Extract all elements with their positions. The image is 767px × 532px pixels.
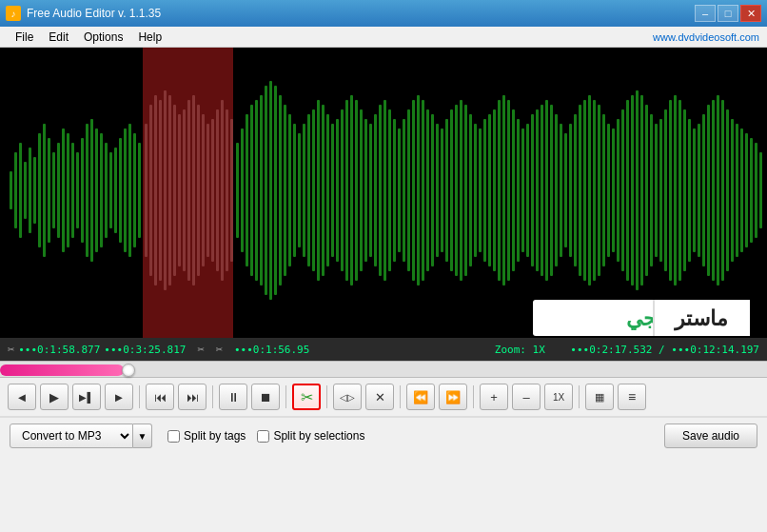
split-button[interactable]: ✂ xyxy=(292,384,321,410)
minimize-button[interactable]: – xyxy=(695,5,716,22)
svg-rect-68 xyxy=(326,114,329,266)
play-button[interactable]: ▶ xyxy=(40,384,69,410)
svg-rect-25 xyxy=(124,128,127,252)
svg-rect-154 xyxy=(736,124,738,257)
fade-in-button[interactable]: ◁▷ xyxy=(333,384,362,410)
save-audio-button[interactable]: Save audio xyxy=(664,424,757,448)
menu-help[interactable]: Help xyxy=(130,30,169,45)
go-start-button[interactable]: ⏪ xyxy=(406,384,435,410)
convert-select[interactable]: Convert to MP3 Convert to WAV Convert to… xyxy=(10,424,133,448)
split-by-selections-checkbox[interactable] xyxy=(257,430,269,443)
svg-rect-136 xyxy=(650,114,653,266)
menu-options[interactable]: Options xyxy=(76,30,130,45)
svg-rect-92 xyxy=(441,128,443,252)
split-by-tags-label[interactable]: Split by tags xyxy=(167,429,246,443)
svg-text:ماستر: ماستر xyxy=(674,306,728,331)
svg-rect-50 xyxy=(241,128,244,252)
svg-rect-37 xyxy=(178,114,181,266)
delete-button[interactable]: ✕ xyxy=(365,384,394,410)
total-time-2: •••0:12:14.197 xyxy=(671,344,759,356)
time-divider: / xyxy=(659,344,665,356)
equalizer-button[interactable]: ≡ xyxy=(618,384,646,410)
play-selection-button[interactable]: ▶▌ xyxy=(72,384,101,410)
split-by-selections-label[interactable]: Split by selections xyxy=(257,429,364,443)
progress-bar[interactable] xyxy=(0,361,767,378)
svg-rect-51 xyxy=(246,114,248,266)
close-button[interactable]: ✕ xyxy=(740,5,761,22)
waveform-svg: ايجي ماستر xyxy=(0,48,767,338)
volume-down-button[interactable]: – xyxy=(512,384,541,410)
progress-fill xyxy=(0,365,124,376)
svg-rect-27 xyxy=(133,133,136,247)
svg-rect-66 xyxy=(317,100,320,281)
svg-rect-100 xyxy=(479,128,482,252)
svg-rect-113 xyxy=(541,105,543,276)
svg-rect-96 xyxy=(460,100,462,281)
svg-rect-139 xyxy=(664,109,667,271)
svg-rect-108 xyxy=(517,119,520,262)
total-time-1: •••0:2:17.532 xyxy=(570,344,652,356)
svg-rect-31 xyxy=(149,105,152,276)
svg-rect-128 xyxy=(612,128,615,252)
forward-small-button[interactable]: ► xyxy=(105,384,133,410)
pause-button[interactable]: ⏸ xyxy=(219,384,247,410)
convert-dropdown[interactable]: Convert to MP3 Convert to WAV Convert to… xyxy=(10,424,152,448)
menu-edit[interactable]: Edit xyxy=(41,30,76,45)
svg-rect-144 xyxy=(688,119,691,262)
website-link[interactable]: www.dvdvideosoft.com xyxy=(653,31,759,43)
svg-rect-4 xyxy=(24,162,27,219)
waveform-container: ايجي ماستر xyxy=(0,48,767,338)
svg-rect-77 xyxy=(369,124,372,257)
svg-rect-73 xyxy=(350,95,353,286)
svg-rect-123 xyxy=(588,95,591,286)
svg-rect-17 xyxy=(86,124,88,257)
bottom-bar: Convert to MP3 Convert to WAV Convert to… xyxy=(0,417,767,454)
maximize-button[interactable]: □ xyxy=(718,5,738,22)
progress-handle[interactable] xyxy=(122,364,135,377)
app-title: Free Audio Editor v. 1.1.35 xyxy=(27,7,161,20)
convert-dropdown-arrow[interactable]: ▼ xyxy=(133,424,152,448)
svg-rect-60 xyxy=(288,114,291,266)
svg-rect-19 xyxy=(95,128,98,252)
split-by-tags-text: Split by tags xyxy=(184,429,246,443)
volume-1x-button[interactable]: 1X xyxy=(544,384,573,410)
svg-rect-124 xyxy=(593,100,596,281)
skip-start-button[interactable]: ⏮ xyxy=(146,384,174,410)
back-small-button[interactable]: ◄ xyxy=(8,384,36,410)
svg-rect-103 xyxy=(493,109,496,271)
svg-rect-137 xyxy=(655,124,658,257)
svg-rect-130 xyxy=(621,109,624,271)
title-bar-controls[interactable]: – □ ✕ xyxy=(695,5,761,22)
image-button[interactable]: ▦ xyxy=(585,384,614,410)
split-by-tags-checkbox[interactable] xyxy=(167,430,180,443)
cut-icon-3: ✂ xyxy=(216,343,223,356)
svg-rect-43 xyxy=(206,124,209,257)
svg-rect-39 xyxy=(187,100,190,281)
svg-rect-48 xyxy=(230,119,233,262)
go-end-button[interactable]: ⏩ xyxy=(439,384,467,410)
menu-file[interactable]: File xyxy=(8,30,41,45)
svg-rect-121 xyxy=(579,105,581,276)
svg-rect-118 xyxy=(564,133,567,247)
svg-rect-93 xyxy=(445,119,448,262)
svg-rect-143 xyxy=(683,109,686,271)
split-by-selections-text: Split by selections xyxy=(273,429,364,443)
svg-rect-57 xyxy=(274,86,277,295)
svg-rect-140 xyxy=(669,100,672,281)
svg-rect-122 xyxy=(583,100,586,281)
volume-up-button[interactable]: + xyxy=(480,384,508,410)
svg-rect-7 xyxy=(38,133,41,247)
svg-rect-74 xyxy=(355,100,358,281)
menu-bar: File Edit Options Help www.dvdvideosoft.… xyxy=(0,27,767,48)
svg-rect-63 xyxy=(303,124,305,257)
stop-button[interactable]: ⏹ xyxy=(251,384,280,410)
svg-rect-21 xyxy=(105,143,108,238)
svg-rect-132 xyxy=(631,95,634,286)
svg-rect-55 xyxy=(265,86,267,295)
svg-rect-153 xyxy=(731,119,734,262)
svg-rect-117 xyxy=(560,124,562,257)
svg-rect-30 xyxy=(145,124,148,257)
skip-end-button[interactable]: ⏭ xyxy=(178,384,206,410)
svg-rect-97 xyxy=(464,105,467,276)
svg-rect-65 xyxy=(312,109,315,271)
